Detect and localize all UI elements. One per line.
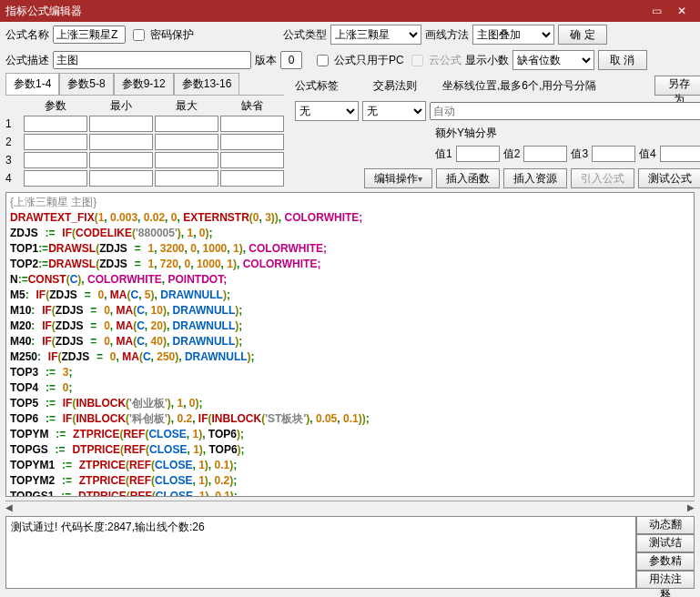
- param-wizard-button[interactable]: 参数精灵: [636, 552, 695, 571]
- p4-def[interactable]: [220, 170, 284, 187]
- p1-name[interactable]: [24, 116, 87, 132]
- p2-max[interactable]: [155, 134, 218, 150]
- extra-y-label: 额外Y轴分界: [289, 124, 700, 143]
- window-title: 指标公式编辑器: [5, 4, 644, 19]
- scroll-right-icon[interactable]: ▶: [687, 502, 695, 512]
- val4-label: 值4: [639, 147, 656, 162]
- param-tab-2[interactable]: 参数5-8: [59, 73, 113, 95]
- show-decimal-label: 显示小数: [465, 53, 509, 68]
- test-formula-button[interactable]: 测试公式: [638, 168, 700, 188]
- insert-fn-button[interactable]: 插入函数: [436, 168, 500, 188]
- val3-label: 值3: [571, 147, 588, 162]
- p3-name[interactable]: [24, 152, 87, 168]
- edit-op-button[interactable]: 编辑操作▾: [364, 168, 432, 188]
- p1-max[interactable]: [155, 116, 218, 132]
- code-title: {上涨三颗星 主图}: [10, 196, 96, 208]
- status-output: 测试通过! 代码长度:2847,输出线个数:26: [5, 516, 636, 589]
- p1-min[interactable]: [89, 116, 153, 132]
- cancel-button[interactable]: 取 消: [598, 50, 647, 70]
- param-hd-max: 最大: [155, 98, 218, 114]
- p1-def[interactable]: [220, 116, 284, 132]
- name-label: 公式名称: [5, 27, 49, 43]
- usage-notes-button[interactable]: 用法注释: [636, 571, 695, 589]
- scroll-left-icon[interactable]: ◀: [5, 502, 13, 512]
- val1-input[interactable]: [456, 146, 500, 162]
- coord-input[interactable]: [430, 102, 700, 120]
- param-row-1: 1: [5, 117, 22, 130]
- name-input[interactable]: [53, 25, 126, 44]
- line-method-select[interactable]: 主图叠加: [472, 25, 554, 45]
- tag-label: 公式标签: [295, 78, 339, 94]
- param-hd-min: 最小: [89, 98, 153, 114]
- type-label: 公式类型: [283, 27, 327, 43]
- insert-res-button[interactable]: 插入资源: [503, 168, 567, 188]
- version-input[interactable]: [280, 51, 302, 69]
- p2-def[interactable]: [220, 134, 284, 150]
- pwd-protect-checkbox[interactable]: 密码保护: [129, 26, 194, 44]
- save-as-button[interactable]: 另存为: [654, 76, 700, 96]
- p3-def[interactable]: [220, 152, 284, 168]
- val1-label: 值1: [435, 147, 452, 162]
- version-label: 版本: [255, 53, 277, 68]
- param-hd-def: 缺省: [220, 98, 284, 114]
- p3-min[interactable]: [89, 152, 153, 168]
- code-editor[interactable]: {上涨三颗星 主图} DRAWTEXT_FIX(1, 0.003, 0.02, …: [5, 192, 695, 497]
- type-select[interactable]: 上涨三颗星: [330, 25, 421, 45]
- desc-input[interactable]: [53, 51, 251, 69]
- p2-min[interactable]: [89, 134, 153, 150]
- param-row-3: 3: [5, 154, 22, 167]
- p3-max[interactable]: [155, 152, 218, 168]
- dyn-translate-button[interactable]: 动态翻译: [636, 516, 695, 534]
- coord-label: 坐标线位置,最多6个,用分号分隔: [442, 78, 596, 94]
- param-row-2: 2: [5, 136, 22, 148]
- ok-button[interactable]: 确 定: [558, 25, 607, 45]
- p4-min[interactable]: [89, 170, 153, 187]
- val2-input[interactable]: [523, 146, 567, 162]
- rule-label: 交易法则: [373, 78, 417, 94]
- test-result-button[interactable]: 测试结果: [636, 534, 695, 552]
- show-decimal-select[interactable]: 缺省位数: [512, 50, 594, 70]
- param-hd-name: 参数: [24, 98, 87, 114]
- line-method-label: 画线方法: [425, 27, 469, 43]
- p2-name[interactable]: [24, 134, 87, 150]
- val2-label: 值2: [503, 147, 521, 162]
- cloud-checkbox: 云公式: [408, 52, 462, 69]
- close-icon[interactable]: ✕: [669, 5, 695, 17]
- val3-input[interactable]: [592, 146, 635, 162]
- param-tab-4[interactable]: 参数13-16: [174, 73, 240, 95]
- param-row-4: 4: [5, 172, 22, 185]
- import-formula-button: 引入公式: [571, 168, 634, 188]
- minimize-icon[interactable]: ▭: [644, 5, 669, 17]
- p4-max[interactable]: [155, 170, 218, 187]
- val4-input[interactable]: [660, 146, 700, 162]
- only-pc-checkbox[interactable]: 公式只用于PC: [313, 52, 404, 69]
- param-tab-1[interactable]: 参数1-4: [5, 73, 59, 95]
- desc-label: 公式描述: [5, 53, 49, 68]
- tag-select[interactable]: 无: [295, 101, 359, 121]
- rule-select[interactable]: 无: [362, 101, 426, 121]
- p4-name[interactable]: [24, 170, 87, 187]
- param-tab-3[interactable]: 参数9-12: [114, 73, 174, 95]
